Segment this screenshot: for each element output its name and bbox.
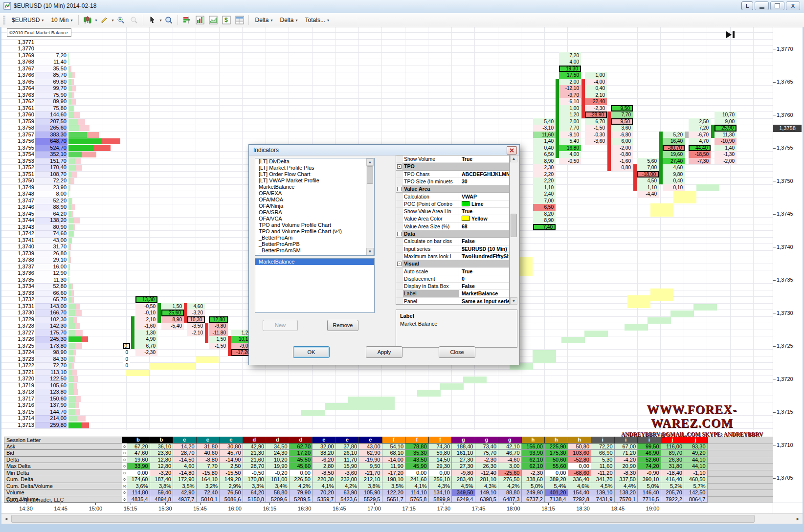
close-button-dialog[interactable]: Close (439, 346, 475, 358)
toolbar-grip[interactable] (3, 16, 5, 24)
indicator-list-item[interactable]: _BetterProAmSM (255, 247, 374, 254)
scrollbar-thumb[interactable] (11, 515, 755, 523)
indicator-list-item[interactable]: OFA/SRA (255, 209, 374, 216)
property-value[interactable]: False (460, 283, 509, 289)
property-row[interactable]: Value Area ColorYellow (396, 215, 509, 222)
property-row[interactable]: TPO Size (In minuets30 (396, 178, 509, 185)
property-grid-scrollbar[interactable]: ▲ ▼ (510, 155, 517, 305)
indicator-list-item[interactable]: OFA/VCA (255, 216, 374, 222)
property-value[interactable]: True (460, 208, 509, 215)
property-value[interactable]: Lime (460, 200, 509, 207)
scrollbar-thumb[interactable] (511, 214, 517, 237)
indicator-list-item[interactable]: _BetterProAm (255, 235, 374, 241)
property-row[interactable]: Input series$EURUSD (10 Min) (396, 245, 509, 253)
property-grid[interactable]: Show VolumeTrue-TPOTPO CharsABCDEFGHIJKL… (396, 155, 510, 305)
link-button[interactable]: L (741, 1, 753, 10)
indicator-list-item[interactable]: OFA/MOA (255, 197, 374, 203)
property-row[interactable]: Displacement0 (396, 275, 509, 283)
property-value[interactable]: False (460, 238, 509, 244)
dollar-button[interactable]: $ (221, 15, 232, 25)
property-value[interactable]: 30 (460, 178, 509, 185)
property-value[interactable]: 68 (460, 223, 509, 230)
zoom-out-button[interactable] (128, 15, 140, 25)
property-group-row[interactable]: -TPO (396, 163, 509, 170)
indicator-list-item[interactable]: TPO and Volume Profile Chart (255, 222, 374, 228)
scroll-up-icon[interactable]: ▲ (366, 158, 374, 166)
interval-selector[interactable]: 10 Min▾ (48, 15, 75, 25)
property-row[interactable]: CalculationVWAP (396, 193, 509, 200)
totals-selector[interactable]: Totals...▾ (302, 15, 332, 25)
property-group-row[interactable]: -Visual (396, 260, 509, 267)
magnifier-button[interactable] (163, 15, 175, 25)
property-value[interactable]: True (460, 155, 509, 162)
chevron-down-icon[interactable]: ▾ (159, 18, 161, 22)
indicator-list-item[interactable]: MarketBalance (255, 184, 374, 190)
indicator-list-item[interactable]: _BetterProAmPB (255, 241, 374, 247)
property-row[interactable]: POC (Point of ControLime (396, 200, 509, 208)
available-indicators-list[interactable]: [LT] DivDelta[LT] Market Profile Plus[LT… (255, 158, 375, 256)
apply-button[interactable]: Apply (366, 346, 402, 358)
new-button[interactable]: New (263, 320, 298, 331)
chart-style-button[interactable] (82, 15, 93, 25)
scroll-down-icon[interactable]: ▼ (510, 297, 517, 305)
property-value[interactable]: VWAP (460, 193, 509, 200)
property-group-row[interactable]: -Value Area (396, 185, 509, 193)
scroll-down-icon[interactable]: ▼ (366, 248, 374, 255)
available-list-scrollbar[interactable]: ▲ ▼ (366, 158, 374, 255)
scrollbar-thumb[interactable] (367, 166, 373, 184)
property-value[interactable]: TwoHundredFiftySix (460, 253, 509, 260)
indicator-list-item[interactable]: OFA/EXA (255, 190, 374, 197)
collapse-icon[interactable]: - (397, 232, 402, 236)
dialog-titlebar[interactable]: Indicators (249, 145, 519, 155)
property-row[interactable]: Maximum bars look lTwoHundredFiftySix (396, 253, 509, 260)
chevron-down-icon[interactable]: ▾ (95, 18, 97, 22)
zoom-in-button[interactable] (115, 15, 127, 25)
restore-button[interactable] (770, 1, 784, 10)
scroll-up-icon[interactable]: ▲ (510, 155, 517, 162)
indicator-list-item[interactable]: [LT] Market Profile Plus (255, 165, 374, 171)
collapse-icon[interactable]: - (397, 164, 402, 169)
property-value[interactable]: Yellow (460, 215, 509, 222)
delta-selector-1[interactable]: Delta▾ (252, 15, 275, 25)
indicator-list-item[interactable]: [LT] DivDelta (255, 158, 374, 165)
remove-button[interactable]: Remove (327, 320, 358, 331)
market-profile-button[interactable] (181, 15, 193, 25)
collapse-icon[interactable]: - (397, 262, 402, 266)
dialog-close-button[interactable] (507, 146, 517, 155)
instrument-selector[interactable]: $EURUSD▾ (9, 15, 46, 25)
scroll-right-icon[interactable]: ► (794, 515, 802, 523)
indicator-list-item[interactable]: AcmeVolumeImpression (255, 254, 374, 256)
drawing-tools-button[interactable] (98, 15, 110, 25)
property-row[interactable]: Show Value Area LinTrue (396, 208, 509, 215)
property-row[interactable]: LabelMarketBalance (396, 290, 509, 297)
indicator-list-item[interactable]: TPO and Volume Profile Chart (v4) (255, 228, 374, 235)
property-row[interactable]: PanelSame as input series (396, 298, 509, 305)
property-row[interactable]: Show VolumeTrue (396, 155, 509, 163)
data-grid-button[interactable] (234, 15, 246, 25)
property-row[interactable]: Calculate on bar closFalse (396, 238, 509, 245)
property-value[interactable]: True (460, 268, 509, 275)
collapse-icon[interactable]: - (397, 187, 402, 191)
indicator-list-item[interactable]: [LT] VWAP Market Profile (255, 177, 374, 184)
property-row[interactable]: Value Area Size (%)68 (396, 223, 509, 230)
property-row[interactable]: Display in Data BoxFalse (396, 283, 509, 290)
property-value[interactable]: 0 (460, 275, 509, 282)
close-button[interactable]: X (786, 1, 800, 10)
go-to-end-icon[interactable] (725, 30, 736, 41)
property-value[interactable]: ABCDEFGHIJKLMNP (460, 171, 509, 177)
volume-chart-button[interactable] (194, 15, 206, 25)
chevron-down-icon[interactable]: ▾ (112, 18, 113, 22)
property-value[interactable]: $EURUSD (10 Min) (460, 245, 509, 252)
property-row[interactable]: Auto scaleTrue (396, 268, 509, 275)
delta-selector-2[interactable]: Delta▾ (277, 15, 301, 25)
cursor-tool-button[interactable] (146, 15, 158, 25)
scroll-left-icon[interactable]: ◄ (2, 515, 10, 523)
property-row[interactable]: TPO CharsABCDEFGHIJKLMNP (396, 171, 509, 178)
indicator-list-item[interactable]: OFA/Ninja (255, 203, 374, 209)
horizontal-scrollbar[interactable]: ◄ ► (1, 513, 803, 524)
selected-indicator-item[interactable]: MarketBalance (255, 259, 374, 265)
ok-button[interactable]: OK (293, 346, 330, 358)
property-group-row[interactable]: -Data (396, 230, 509, 238)
minimize-button[interactable] (755, 1, 769, 10)
area-chart-button[interactable] (207, 15, 219, 25)
